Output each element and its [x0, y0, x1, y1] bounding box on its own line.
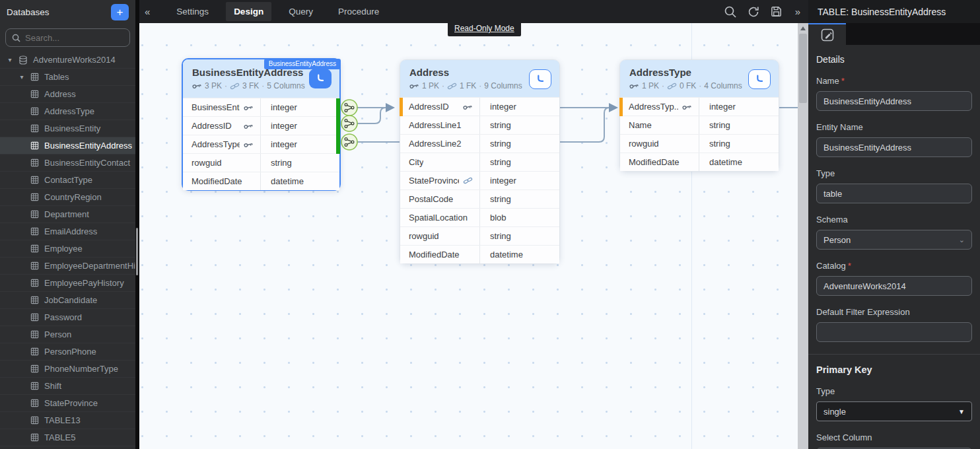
relations-toggle-button[interactable]	[529, 69, 551, 89]
column-name: AddressLine1	[409, 120, 462, 130]
details-panel: TABLE: BusinessEntityAddress Details Nam…	[808, 0, 980, 449]
catalog-label: Catalog*	[816, 261, 972, 271]
sidebar-item-password[interactable]: Password	[0, 309, 135, 326]
column-row[interactable]: rowguidstring	[620, 134, 779, 153]
diagram-table-address[interactable]: Address 1 PK· 1 FK· 9 Columns AddressIDi…	[400, 59, 560, 264]
tab-edit-details[interactable]	[808, 23, 846, 45]
name-field[interactable]	[816, 91, 972, 111]
column-row[interactable]: BusinessEntityIDinteger	[183, 98, 339, 116]
table-name: StateProvince	[44, 398, 98, 408]
sidebar-item-employeedepartmenthistory[interactable]: EmployeeDepartmentHistory	[0, 258, 135, 275]
group-name: Tables	[44, 72, 69, 82]
scrollbar-thumb[interactable]	[799, 34, 807, 103]
column-row[interactable]: AddressIDinteger	[183, 116, 339, 135]
sidebar-item-businessentityaddress[interactable]: BusinessEntityAddress	[0, 137, 135, 155]
column-row[interactable]: AddressTypeIDinteger	[183, 135, 339, 153]
column-type: integer	[709, 102, 736, 112]
column-row[interactable]: StateProvinceIDinteger	[400, 171, 559, 190]
sidebar-tables-group[interactable]: ▾ Tables	[0, 69, 135, 86]
tab-design[interactable]: Design	[226, 2, 271, 21]
relations-toggle-button[interactable]	[748, 69, 771, 89]
scrollbar-up-arrow[interactable]	[798, 23, 808, 33]
column-name: StateProvinceID	[409, 176, 459, 186]
column-row[interactable]: rowguidstring	[400, 226, 559, 245]
relation-node-icon	[341, 134, 357, 150]
sidebar-item-address[interactable]: Address	[0, 86, 135, 103]
sidebar-item-jobcandidate[interactable]: JobCandidate	[0, 292, 135, 309]
sidebar-search[interactable]	[5, 28, 130, 47]
sidebar-item-businessentity[interactable]: BusinessEntity	[0, 120, 135, 137]
read-only-mode-badge[interactable]: Read-Only Mode	[448, 20, 521, 36]
sidebar-item-personphone[interactable]: PersonPhone	[0, 343, 135, 361]
collapse-sidebar-icon[interactable]: «	[139, 6, 157, 17]
add-database-button[interactable]: +	[111, 4, 129, 20]
refresh-icon[interactable]	[747, 5, 760, 18]
columns-count: 9 Columns	[484, 81, 522, 90]
separator-dot: ·	[662, 81, 664, 90]
table-name-badge: BusinessEntityAddress	[264, 59, 341, 69]
schema-select[interactable]: Person⌄	[816, 230, 972, 250]
diagram-table-businessentityaddress[interactable]: BusinessEntityAddress BusinessEntityAddr…	[182, 58, 341, 191]
table-header: AddressType 1 PK· 0 FK· 4 Columns	[620, 60, 779, 97]
column-row[interactable]: ModifiedDatedatetime	[183, 172, 339, 190]
pk-type-select[interactable]: single▼	[816, 401, 972, 421]
edit-pencil-icon	[820, 28, 835, 42]
sidebar-item-employeepayhistory[interactable]: EmployeePayHistory	[0, 275, 135, 292]
sidebar-item-person[interactable]: Person	[0, 326, 135, 343]
catalog-field[interactable]	[816, 276, 972, 296]
sidebar-item-addresstype[interactable]: AddressType	[0, 103, 135, 120]
table-name: Person	[44, 329, 71, 339]
sidebar-item-department[interactable]: Department	[0, 206, 135, 223]
expand-panel-icon[interactable]: »	[792, 6, 803, 17]
search-input[interactable]	[25, 33, 123, 43]
sidebar-database-node[interactable]: ▾ AdventureWorks2014	[0, 52, 135, 69]
sidebar-item-phonenumbertype[interactable]: PhoneNumberType	[0, 361, 135, 378]
column-name: AddressTyp...	[629, 102, 678, 112]
entity-name-field[interactable]	[816, 137, 972, 157]
column-row[interactable]: Namestring	[620, 116, 779, 134]
sidebar-item-shift[interactable]: Shift	[0, 378, 135, 395]
search-icon[interactable]	[724, 5, 737, 18]
sidebar-item-stateprovince[interactable]: StateProvince	[0, 395, 135, 412]
primary-key-icon	[244, 141, 254, 148]
filter-expression-field[interactable]	[816, 322, 972, 342]
table-name: EmployeePayHistory	[44, 278, 124, 288]
sidebar-item-countryregion[interactable]: CountryRegion	[0, 189, 135, 206]
column-row[interactable]: Citystring	[400, 153, 559, 171]
main-area: « Settings Design Query Procedure » Read…	[139, 0, 808, 449]
diagram-table-addresstype[interactable]: AddressType 1 PK· 0 FK· 4 Columns Addres…	[619, 59, 779, 172]
sidebar-item-table5[interactable]: TABLE5	[0, 429, 135, 446]
diagram-canvas[interactable]: BusinessEntityAddress BusinessEntityAddr…	[139, 23, 808, 449]
column-row[interactable]: AddressIDinteger	[400, 97, 559, 116]
fk-count: 1 FK	[460, 81, 476, 90]
sidebar-item-employee[interactable]: Employee	[0, 240, 135, 258]
scrollbar-thumb[interactable]	[136, 228, 138, 275]
column-row[interactable]: ModifiedDatedatetime	[400, 245, 559, 263]
column-row[interactable]: rowguidstring	[183, 153, 339, 172]
sidebar-item-businessentitycontact[interactable]: BusinessEntityContact	[0, 155, 135, 172]
type-field[interactable]	[816, 184, 972, 203]
schema-label: Schema	[816, 215, 972, 224]
sidebar-item-emailaddress[interactable]: EmailAddress	[0, 223, 135, 240]
column-row[interactable]: AddressLine2string	[400, 134, 559, 153]
tab-procedure[interactable]: Procedure	[330, 2, 387, 21]
table-icon	[30, 176, 39, 184]
sidebar-item-table13[interactable]: TABLE13	[0, 412, 135, 429]
column-row[interactable]: AddressLine1string	[400, 116, 559, 134]
column-type: integer	[490, 176, 516, 186]
save-icon[interactable]	[770, 5, 783, 18]
view-tabs: Settings Design Query Procedure	[168, 2, 387, 21]
table-icon	[30, 279, 39, 287]
column-row[interactable]: PostalCodestring	[400, 190, 559, 208]
column-row[interactable]: ModifiedDatedatetime	[620, 153, 779, 171]
canvas-scrollbar[interactable]	[798, 23, 808, 449]
relations-toggle-button[interactable]	[309, 69, 332, 88]
column-row[interactable]: SpatialLocationblob	[400, 208, 559, 226]
tab-settings[interactable]: Settings	[168, 2, 217, 21]
sidebar-item-contacttype[interactable]: ContactType	[0, 172, 135, 189]
fk-count: 0 FK	[680, 81, 696, 90]
table-icon	[30, 227, 39, 236]
column-row[interactable]: AddressTyp...integer	[620, 97, 779, 116]
separator-dot: ·	[262, 81, 264, 90]
tab-query[interactable]: Query	[281, 2, 321, 21]
